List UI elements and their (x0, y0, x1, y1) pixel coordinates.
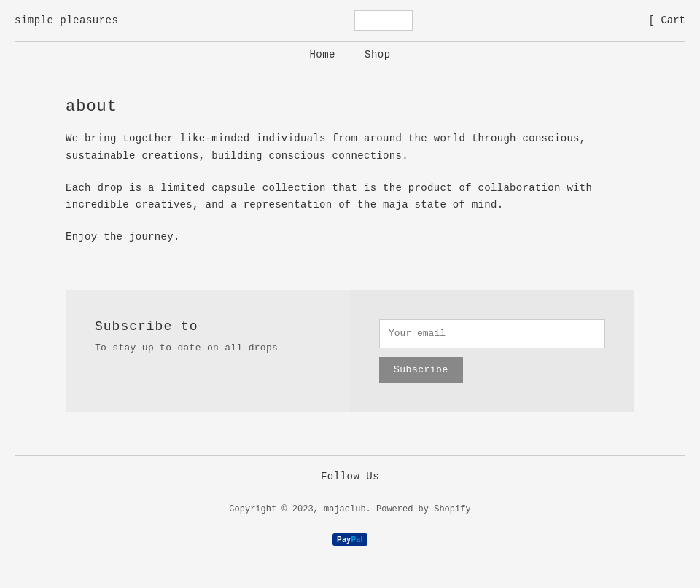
subscribe-title: Subscribe to (95, 319, 321, 334)
subscribe-button[interactable]: Subscribe (379, 357, 463, 383)
site-logo: simple pleasures (15, 15, 118, 26)
nav-item-home[interactable]: Home (309, 49, 335, 60)
cart-link[interactable]: [ Cart (649, 15, 685, 26)
subscribe-section: Subscribe to To stay up to date on all d… (66, 290, 634, 412)
about-paragraph-2: Each drop is a limited capsule collectio… (66, 180, 634, 215)
main-content: about We bring together like-minded indi… (51, 68, 649, 261)
header: simple pleasures [ Cart (0, 0, 700, 41)
paypal-icon: PayPal (332, 533, 368, 546)
about-paragraph-1: We bring together like-minded individual… (66, 130, 634, 165)
subscribe-left: Subscribe to To stay up to date on all d… (66, 290, 350, 412)
subscribe-right: Subscribe (350, 290, 634, 412)
about-paragraph-3: Enjoy the journey. (66, 229, 634, 246)
follow-us-label: Follow Us (15, 456, 685, 497)
main-nav: Home Shop (15, 41, 685, 68)
copyright-text: Copyright © 2023, majaclub. Powered by S… (15, 497, 685, 526)
nav-item-shop[interactable]: Shop (365, 49, 391, 60)
email-input[interactable] (379, 319, 605, 348)
subscribe-description: To stay up to date on all drops (95, 342, 321, 353)
search-input[interactable] (354, 10, 413, 31)
about-heading: about (66, 98, 634, 116)
footer: Follow Us Copyright © 2023, majaclub. Po… (0, 455, 700, 560)
payment-icons: PayPal (15, 526, 685, 560)
